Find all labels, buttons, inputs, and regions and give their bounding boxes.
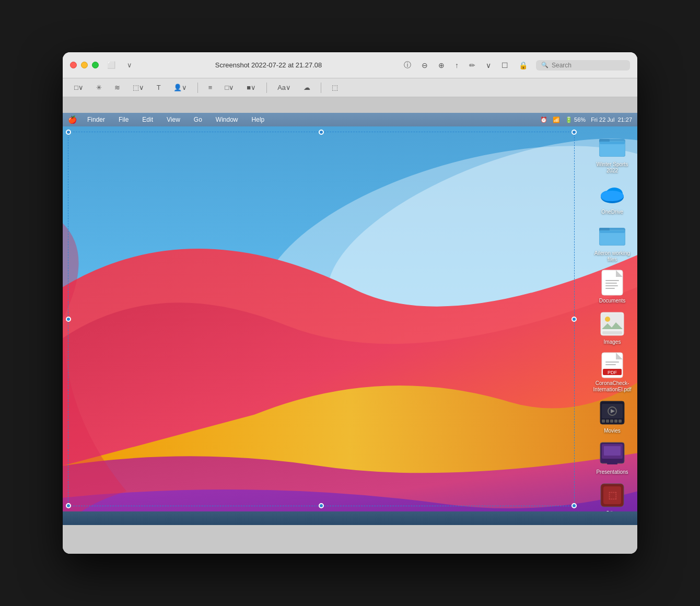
icon-label-documents: Documents — [599, 298, 626, 304]
menubar-help[interactable]: Help — [249, 115, 268, 124]
fill-button[interactable]: ■∨ — [242, 82, 260, 93]
desktop-icon-coronacheck[interactable]: PDF CoronaCheck-InternationEl.pdf — [591, 349, 633, 395]
mac-desktop: 🍎 Finder File Edit View Go Window Help ⏰… — [63, 113, 637, 525]
svg-rect-37 — [602, 419, 605, 423]
svg-rect-32 — [605, 364, 616, 365]
wifi-icon: 📶 — [553, 116, 560, 123]
search-input[interactable] — [552, 62, 625, 69]
svg-rect-31 — [605, 362, 619, 363]
mac-menubar: 🍎 Finder File Edit View Go Window Help ⏰… — [63, 113, 637, 126]
folder-icon-aileron — [599, 222, 626, 249]
icon-label-images: Images — [604, 339, 621, 345]
mac-wallpaper: Winter Sports 2022 OneDrive — [63, 126, 637, 511]
svg-point-11 — [601, 191, 624, 201]
other-icon: ⬚ — [599, 482, 626, 509]
svg-rect-21 — [605, 285, 618, 286]
toolbar2: □∨ ✳ ≋ ⬚∨ T 👤∨ ≡ □∨ ■∨ Aa∨ ☁ ⬚ — [63, 78, 637, 97]
cloud-icon-onedrive — [599, 180, 626, 207]
chevron-down-icon[interactable]: ∨ — [124, 60, 135, 70]
photo-icon-images — [599, 310, 626, 337]
desktop-icon-documents[interactable]: Documents — [591, 267, 633, 306]
svg-rect-40 — [614, 419, 617, 423]
chevron-down-icon2[interactable]: ∨ — [484, 59, 493, 72]
share-icon[interactable]: ↑ — [453, 59, 461, 72]
desktop-icon-other[interactable]: ⬚ Other — [591, 480, 633, 511]
svg-rect-38 — [606, 419, 609, 423]
icon-label-aileron: Aileron working files — [593, 250, 631, 263]
icon-label-onedrive: OneDrive — [601, 209, 623, 215]
toolbar-right: ⓘ ⊖ ⊕ ↑ ✏ ∨ ☐ 🔒 🔍 — [402, 59, 630, 72]
close-button[interactable] — [70, 62, 77, 68]
menubar-file[interactable]: File — [115, 115, 132, 124]
svg-point-25 — [605, 317, 610, 322]
sidebar-toggle-button[interactable]: ⬜ — [104, 60, 119, 70]
menubar-view[interactable]: View — [164, 115, 183, 124]
crop-button[interactable]: ⬚ — [328, 82, 342, 93]
svg-rect-22 — [605, 288, 615, 289]
mac-window: ⬜ ∨ Screenshot 2022-07-22 at 21.27.08 ⓘ … — [63, 52, 637, 554]
rect-select-button[interactable]: □∨ — [70, 82, 88, 93]
traffic-lights — [70, 62, 99, 68]
desktop-icon-presentations[interactable]: Presentations — [591, 438, 633, 477]
menubar-finder[interactable]: Finder — [84, 115, 108, 124]
clock-icon: ⏰ — [540, 116, 547, 123]
desktop-icon-winter-sports[interactable]: Winter Sports 2022 — [591, 131, 633, 176]
desktop-icon-images[interactable]: Images — [591, 308, 633, 347]
zoom-out-icon[interactable]: ⊖ — [419, 59, 430, 72]
svg-rect-7 — [600, 142, 625, 144]
icon-label-winter-sports: Winter Sports 2022 — [593, 161, 631, 174]
separator3 — [321, 83, 321, 93]
search-bar[interactable]: 🔍 — [536, 60, 630, 71]
menubar-edit[interactable]: Edit — [139, 115, 156, 124]
battery-icon: 🔋 56% — [565, 116, 586, 123]
title-bar: ⬜ ∨ Screenshot 2022-07-22 at 21.27.08 ⓘ … — [63, 52, 637, 78]
presentation-icon — [599, 440, 626, 468]
svg-text:⬚: ⬚ — [608, 490, 617, 500]
desktop-icons: Winter Sports 2022 OneDrive — [591, 131, 633, 511]
menubar-window[interactable]: Window — [213, 115, 241, 124]
font-button[interactable]: Aa∨ — [273, 82, 295, 93]
gray-area-top — [63, 97, 637, 113]
svg-rect-44 — [604, 446, 621, 456]
svg-rect-46 — [607, 463, 617, 464]
desktop-icon-aileron[interactable]: Aileron working files — [591, 219, 633, 265]
date-time: Fri 22 Jul 21:27 — [591, 116, 632, 123]
menubar-go[interactable]: Go — [191, 115, 205, 124]
search-icon: 🔍 — [541, 62, 549, 68]
pen-icon[interactable]: ✏ — [467, 59, 477, 72]
border-button[interactable]: □∨ — [220, 82, 238, 93]
lock-icon[interactable]: 🔒 — [517, 59, 530, 72]
window-title: Screenshot 2022-07-22 at 21.27.08 — [135, 61, 402, 69]
pdf-icon-coronacheck: PDF — [599, 352, 626, 379]
minimize-button[interactable] — [81, 62, 88, 68]
maximize-button[interactable] — [92, 62, 99, 68]
cloud-button[interactable]: ☁ — [299, 82, 314, 93]
svg-rect-45 — [610, 460, 614, 463]
window-icon[interactable]: ☐ — [499, 59, 510, 72]
icon-label-movies: Movies — [604, 428, 621, 434]
magic-wand-button[interactable]: ✳ — [92, 82, 106, 93]
svg-rect-26 — [602, 331, 622, 334]
lasso-button[interactable]: ≋ — [110, 82, 124, 93]
text-button[interactable]: T — [153, 82, 165, 93]
icon-label-coronacheck: CoronaCheck-InternationEl.pdf — [593, 380, 632, 393]
align-button[interactable]: ≡ — [204, 82, 217, 93]
svg-rect-39 — [610, 419, 613, 423]
person-button[interactable]: 👤∨ — [169, 82, 191, 93]
info-icon[interactable]: ⓘ — [402, 59, 413, 72]
bottom-gray-area — [63, 525, 637, 554]
separator2 — [266, 83, 267, 93]
folder-icon-winter-sports — [599, 133, 626, 160]
movie-icon-movies — [599, 399, 626, 426]
apple-menu[interactable]: 🍎 — [68, 115, 77, 124]
mac-dock-bar — [63, 511, 637, 525]
desktop-icon-movies[interactable]: Movies — [591, 397, 633, 436]
svg-rect-20 — [605, 283, 617, 284]
icon-label-other: Other — [605, 510, 619, 511]
zoom-in-icon[interactable]: ⊕ — [436, 59, 447, 72]
svg-rect-16 — [600, 230, 625, 233]
separator1 — [197, 83, 198, 93]
select-all-button[interactable]: ⬚∨ — [129, 82, 148, 93]
icon-label-presentations: Presentations — [596, 469, 628, 475]
desktop-icon-onedrive[interactable]: OneDrive — [591, 178, 633, 217]
